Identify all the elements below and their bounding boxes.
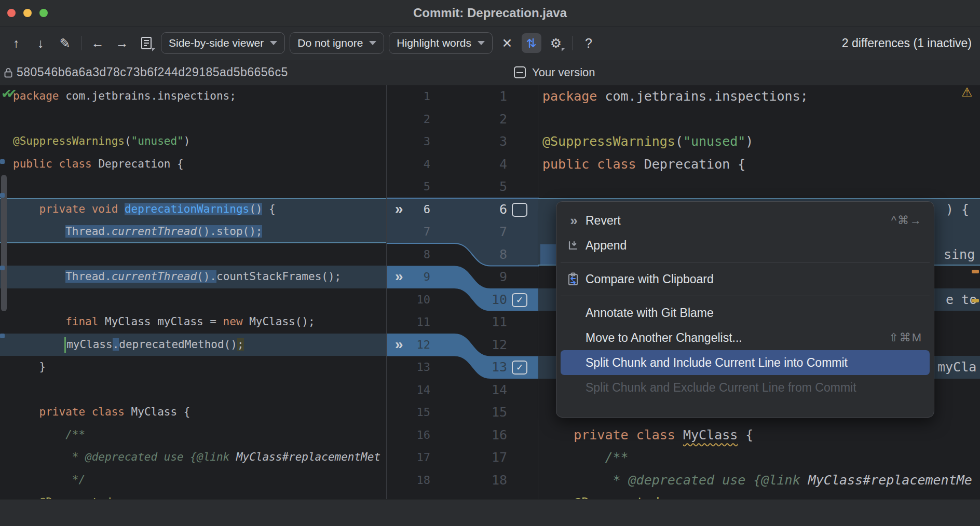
left-code-line-16[interactable]: /** — [0, 424, 386, 447]
partial-include-checkbox[interactable] — [514, 66, 526, 78]
code-token — [13, 270, 65, 283]
left-code-line-11[interactable]: final MyClass myClass = new MyClass(); — [0, 311, 386, 334]
code-token: Deprecation { — [98, 158, 183, 170]
menu-item-compare-with-clipboard[interactable]: Compare with Clipboard — [561, 267, 930, 292]
code-token: . — [113, 338, 119, 351]
menu-item-revert[interactable]: »Revert^⌘→ — [561, 208, 930, 233]
apply-chunk-chevrons-icon[interactable]: » — [395, 266, 413, 288]
ignore-policy-dropdown[interactable]: Do not ignore — [290, 32, 384, 54]
left-line-number-2: 2 — [387, 108, 430, 131]
code-token: package — [13, 90, 65, 102]
left-line-number-16: 16 — [387, 424, 430, 447]
code-token — [13, 406, 39, 418]
menu-item-append[interactable]: Append — [561, 233, 930, 258]
menu-item-label: Annotate with Git Blame — [586, 306, 930, 320]
right-code-line-3[interactable]: @SuppressWarnings("unused") — [538, 130, 980, 153]
next-change-icon[interactable]: ↓ — [31, 33, 50, 53]
code-token: * @deprecated use {@link — [13, 451, 236, 463]
code-token: private class — [39, 406, 131, 418]
include-chunk-checkbox-line-6[interactable] — [512, 203, 527, 217]
dropdown-corner-icon — [562, 48, 565, 51]
right-line-number-14: 14 — [474, 379, 507, 402]
previous-change-icon[interactable]: ↑ — [6, 33, 26, 53]
code-token: MyClass#replacementMet — [236, 451, 380, 463]
right-code-line-1[interactable]: package com.jetbrains.inspections; — [538, 85, 980, 108]
menu-item-move-to-another-changelist[interactable]: Move to Another Changelist...⇧⌘M — [561, 325, 930, 350]
code-token: (). — [197, 270, 216, 283]
code-token: } — [13, 361, 46, 373]
right-code-line-16[interactable]: private class MyClass { — [538, 424, 980, 447]
synchronize-scrolling-icon[interactable] — [522, 33, 541, 53]
left-code-line-7[interactable]: Thread.currentThread().stop(); — [0, 220, 386, 243]
right-line-number-18: 18 — [474, 469, 507, 492]
titlebar: Commit: Deprecation.java — [0, 0, 980, 26]
right-line-number-6: 6 — [474, 198, 507, 221]
apply-chunk-chevrons-icon[interactable]: » — [395, 198, 413, 221]
code-token: () — [249, 203, 262, 215]
left-code-line-6[interactable]: private void deprecationWarnings() { — [0, 198, 386, 221]
gear-icon: ⚙ — [550, 36, 562, 51]
code-token: currentThread — [112, 270, 197, 283]
right-code-line-17[interactable]: /** — [538, 446, 980, 469]
code-token: MyClass myClass = — [105, 315, 223, 328]
code-token: * @deprecated use {@link — [542, 473, 808, 488]
left-code-line-4[interactable]: public class Deprecation { — [0, 153, 386, 176]
right-code-line-19[interactable]: @Deprecated — [538, 491, 980, 499]
apply-chunk-chevrons-icon[interactable]: » — [395, 334, 413, 356]
dropdown-corner-icon — [152, 48, 155, 51]
left-line-number-17: 17 — [387, 446, 430, 469]
right-code-line-4[interactable]: public class Deprecation { — [538, 153, 980, 176]
code-token: Thread. — [65, 225, 112, 238]
code-token: MyClass#replacementMe — [808, 473, 972, 488]
viewer-mode-label: Side-by-side viewer — [169, 37, 264, 49]
code-token: package — [542, 89, 605, 104]
left-code-line-9[interactable]: Thread.currentThread().countStackFrames(… — [0, 266, 386, 288]
left-code-line-12[interactable]: myClass.deprecatedMethod(); — [0, 334, 386, 356]
code-token: { — [262, 203, 275, 215]
left-code-line-3[interactable]: @SuppressWarnings("unused") — [0, 130, 386, 153]
menu-item-label: Move to Another Changelist... — [586, 331, 889, 345]
code-token: @SuppressWarnings — [542, 134, 675, 149]
viewer-mode-dropdown[interactable]: Side-by-side viewer — [161, 32, 285, 54]
highlight-policy-dropdown[interactable]: Highlight words — [389, 32, 493, 54]
code-token: /** — [542, 450, 629, 465]
include-chunk-checkbox-line-10[interactable]: ✓ — [512, 293, 527, 307]
code-token — [13, 338, 65, 351]
menu-item-shortcut: ^⌘→ — [891, 214, 930, 227]
collapse-unchanged-icon[interactable]: ✕ — [497, 33, 517, 53]
code-fragment: ) { — [946, 198, 969, 221]
right-line-number-3: 3 — [474, 130, 507, 153]
highlight-policy-label: Highlight words — [397, 37, 471, 49]
left-editor[interactable]: package com.jetbrains.inspections;@Suppr… — [0, 85, 386, 499]
left-code-line-15[interactable]: private class MyClass { — [0, 401, 386, 424]
help-icon[interactable]: ? — [579, 33, 598, 53]
stripe-mark[interactable] — [972, 270, 979, 273]
previous-difference-icon[interactable]: ← — [88, 33, 107, 53]
left-code-line-18[interactable]: */ — [0, 469, 386, 492]
code-token: com.jetbrains.inspections; — [65, 90, 236, 102]
bottom-bar — [0, 499, 980, 526]
next-difference-icon[interactable]: → — [112, 33, 132, 53]
document-icon[interactable] — [137, 33, 156, 53]
menu-item-label: Split Chunk and Include Current Line int… — [586, 356, 930, 370]
include-chunk-checkbox-line-13[interactable]: ✓ — [512, 361, 527, 375]
your-version-label: Your version — [532, 66, 595, 79]
left-code-line-13[interactable]: } — [0, 356, 386, 379]
settings-icon[interactable]: ⚙ — [546, 33, 566, 53]
warning-triangle-icon[interactable]: ⚠ — [961, 85, 973, 100]
left-code-line-19[interactable]: @Deprecated — [0, 491, 386, 499]
edit-source-icon[interactable]: ✎ — [55, 33, 75, 53]
left-code-line-17[interactable]: * @deprecated use {@link MyClass#replace… — [0, 446, 386, 469]
change-marker-tick — [0, 334, 5, 338]
right-line-number-17: 17 — [474, 446, 507, 469]
menu-item-split-chunk-and-include-current-line-into-commit[interactable]: Split Chunk and Include Current Line int… — [561, 350, 930, 375]
right-code-line-18[interactable]: * @deprecated use {@link MyClass#replace… — [538, 469, 980, 492]
menu-item-annotate-with-git-blame[interactable]: Annotate with Git Blame — [561, 300, 930, 325]
differences-status: 2 differences (1 inactive) — [842, 26, 972, 60]
menu-item-label: Split Chunk and Exclude Current Line fro… — [586, 381, 930, 395]
toolbar: ↑ ↓ ✎ ← → Side-by-side viewer Do not ign… — [0, 26, 980, 60]
change-marker-tick — [0, 159, 5, 164]
left-code-line-1[interactable]: package com.jetbrains.inspections; — [0, 85, 386, 108]
left-line-number-3: 3 — [387, 130, 430, 153]
stripe-mark[interactable] — [972, 299, 979, 302]
